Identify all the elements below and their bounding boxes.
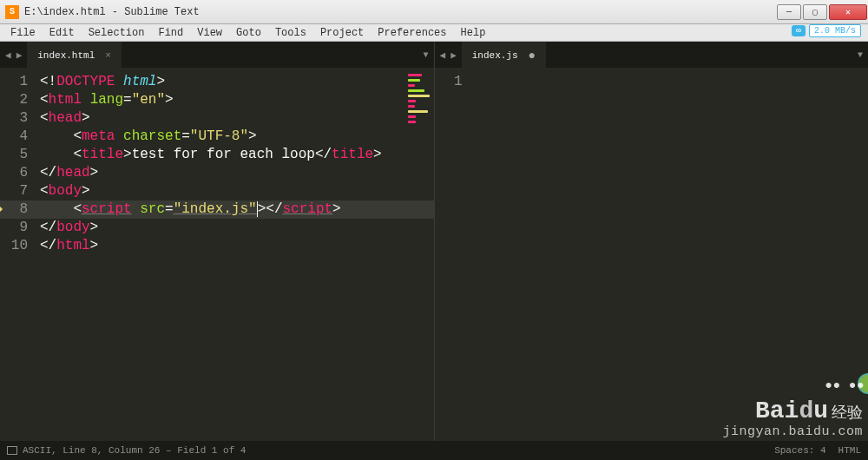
statusbar-icon[interactable] — [7, 446, 17, 455]
nav-back-icon[interactable]: ◀ — [5, 49, 11, 61]
tab-label: index.html — [37, 50, 95, 61]
menu-project[interactable]: Project — [313, 27, 371, 39]
code-area-right[interactable] — [470, 68, 869, 441]
gutter-left: 1 2 3 4 5 6 7 8 9 10 — [0, 68, 35, 441]
line-number: 10 — [0, 237, 28, 255]
tab-label: index.js — [472, 50, 518, 61]
line-number: 5 — [0, 146, 28, 164]
menu-file[interactable]: File — [3, 27, 43, 39]
close-button[interactable] — [829, 4, 867, 20]
menu-find[interactable]: Find — [151, 27, 190, 39]
pane-nav-left[interactable]: ◀▶ — [0, 42, 27, 68]
menu-preferences[interactable]: Preferences — [371, 27, 453, 39]
editor-pane-left[interactable]: 1 2 3 4 5 6 7 8 9 10 <!DOCTYPE html> <ht… — [0, 68, 435, 441]
line-number: 9 — [0, 219, 28, 237]
line-number: 8 — [0, 200, 35, 219]
line-number: 4 — [0, 128, 28, 146]
line-number: 2 — [0, 91, 28, 109]
maximize-button[interactable] — [803, 4, 827, 20]
speed-rate: 2.0 MB/s — [809, 24, 861, 37]
editor-split: 1 2 3 4 5 6 7 8 9 10 <!DOCTYPE html> <ht… — [0, 68, 868, 441]
line-number: 1 — [0, 73, 28, 91]
tab-overflow-right[interactable]: ▼ — [852, 42, 868, 68]
minimize-button[interactable] — [777, 4, 801, 20]
menu-bar: File Edit Selection Find View Goto Tools… — [0, 24, 868, 42]
nav-fwd-icon[interactable]: ▶ — [16, 49, 23, 61]
code-area-left[interactable]: <!DOCTYPE html> <html lang="en"> <head> … — [35, 68, 434, 441]
statusbar-spaces[interactable]: Spaces: 4 — [774, 445, 825, 456]
menu-goto[interactable]: Goto — [229, 27, 268, 39]
window-title: E:\index.html - Sublime Text — [24, 6, 776, 18]
tab-index-js[interactable]: index.js ● — [462, 42, 546, 68]
pane-nav-right[interactable]: ◀▶ — [435, 42, 462, 68]
line-number: 7 — [0, 182, 28, 200]
line-number: 3 — [0, 109, 28, 128]
window-titlebar: S E:\index.html - Sublime Text — [0, 0, 868, 24]
cloud-icon: ∞ — [792, 25, 806, 36]
tab-modified-icon: ● — [529, 49, 536, 62]
tab-index-html[interactable]: index.html × — [27, 42, 122, 68]
nav-back-icon[interactable]: ◀ — [440, 49, 446, 61]
nav-fwd-icon[interactable]: ▶ — [450, 49, 457, 61]
tab-row: ◀▶ index.html × ▼ ◀▶ index.js ● ▼ — [0, 42, 868, 68]
editor-pane-right[interactable]: 1 — [435, 68, 869, 441]
menu-selection[interactable]: Selection — [82, 27, 152, 39]
menu-tools[interactable]: Tools — [268, 27, 313, 39]
app-icon: S — [5, 5, 19, 19]
statusbar-syntax[interactable]: HTML — [838, 445, 861, 456]
network-speed-indicator: ∞ 2.0 MB/s — [792, 24, 861, 37]
line-number: 6 — [0, 164, 28, 182]
minimap-left[interactable] — [408, 71, 432, 123]
tab-overflow-left[interactable]: ▼ — [418, 42, 433, 68]
statusbar-position: ASCII, Line 8, Column 26 – Field 1 of 4 — [23, 445, 246, 456]
status-bar: ASCII, Line 8, Column 26 – Field 1 of 4 … — [0, 441, 868, 460]
menu-help[interactable]: Help — [454, 27, 493, 39]
menu-view[interactable]: View — [190, 27, 229, 39]
menu-edit[interactable]: Edit — [43, 27, 82, 39]
line-number: 1 — [435, 73, 463, 91]
gutter-right: 1 — [435, 68, 470, 441]
tab-close-icon[interactable]: × — [105, 50, 111, 61]
